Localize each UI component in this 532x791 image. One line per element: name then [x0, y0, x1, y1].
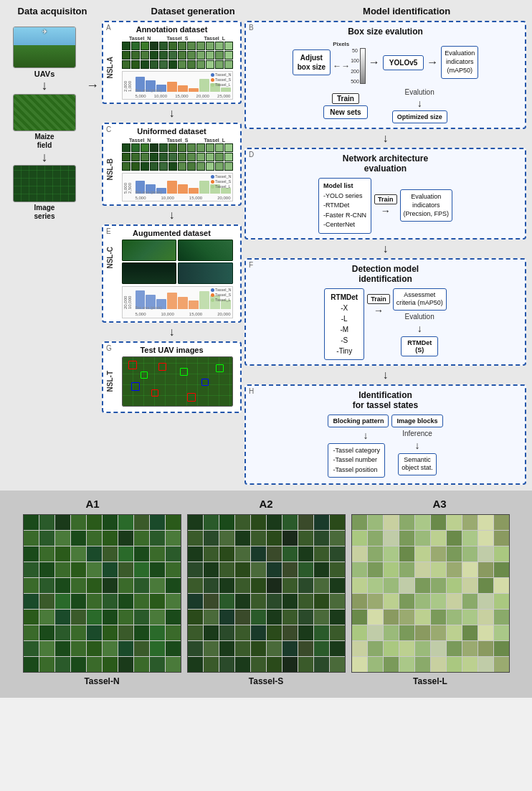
yolov5-box: YOLOv5	[383, 55, 424, 70]
panel-c: C Uniformed dataset NSL-B Tassel_N Tasse…	[102, 123, 242, 206]
nsl-b-label: NSL-B	[106, 158, 114, 181]
tassel-s-container: Tassel-S	[187, 514, 346, 686]
maize-label: Maizefield	[34, 133, 54, 150]
tassel-l-label: Tassel-L	[413, 676, 447, 686]
arrow-down-2: ↓	[42, 150, 48, 166]
panel-c-label: C	[106, 125, 111, 133]
panel-b-title: Box size evalution	[250, 27, 521, 37]
panel-h-label: H	[249, 387, 254, 395]
blocking-box: Blocking pattern	[328, 415, 389, 427]
top-section: Data acquisiton Dataset generation Model…	[0, 0, 532, 491]
nsl-c-label: NSL-C	[106, 247, 114, 269]
arrow-a-to-c: ↓	[102, 108, 242, 119]
eval-indicators-d-box: Evaluationindicators(Precsion, FPS)	[400, 189, 453, 222]
a2-title: A2	[187, 498, 345, 510]
adjust-box-box: Adjustbox size	[293, 49, 331, 75]
panel-a: A Annotation dataset NSL-A Tassel_N Tass…	[102, 21, 242, 104]
panel-h-title: Identificationfor tassel states	[250, 390, 521, 410]
model-list-box: Model list-YOLO series-RTMDet-Faster R-C…	[318, 178, 371, 234]
arrow-d-to-f: ↓	[244, 243, 526, 255]
panel-g-title: Test UAV images	[106, 346, 237, 354]
optimized-box: Optimized size	[392, 110, 447, 123]
image-series-label: Imageseries	[34, 204, 55, 221]
panel-a-title: Annotation dataset	[106, 25, 237, 34]
data-acquisition-col: ✈ UAVs ↓ Maizefield ↓ Imageseries	[6, 21, 83, 221]
tassel-n-label: Tassel-N	[84, 676, 119, 686]
bottom-title-row: A1 A2 A3	[6, 498, 526, 510]
panel-e-title: Augumented dataset	[106, 229, 237, 237]
main-container: Data acquisiton Dataset generation Model…	[0, 0, 532, 698]
panel-f-title: Detection modelidentification	[250, 264, 521, 284]
panel-d-label: D	[249, 151, 254, 158]
rtmdet-box: RTMDet-X-L-M-S-Tiny	[324, 288, 364, 360]
panel-a-label: A	[106, 24, 111, 32]
panel-g-label: G	[106, 344, 112, 352]
train-label-f: Train	[367, 294, 390, 304]
arrow-down-1: ↓	[42, 78, 48, 94]
evalution-b-label: Evalution	[405, 88, 434, 96]
arrow-e-to-g: ↓	[102, 326, 242, 338]
semantic-box: Semanticobject stat.	[398, 453, 437, 475]
model-id-header: Model identification	[287, 6, 526, 16]
panel-g: G Test UAV images NSL-T	[102, 341, 242, 413]
section-headers: Data acquisiton Dataset generation Model…	[6, 6, 526, 16]
panel-b: B Box size evalution Adjustbox size Pixe…	[244, 21, 526, 129]
bottom-section: A1 A2 A3 T	[0, 491, 532, 698]
uav-image: ✈	[13, 27, 76, 68]
train-label-b: Train	[332, 93, 359, 104]
panel-b-label: B	[249, 24, 254, 32]
tassel-s-label: Tassel-S	[249, 676, 283, 686]
panel-e-label: E	[106, 227, 111, 235]
eval-indicators-b-box: Evaluationindicators(mAP50)	[441, 46, 478, 78]
data-acq-header: Data acquisiton	[6, 6, 99, 16]
nsl-a-label: NSL-A	[106, 57, 114, 79]
arrow-b-to-d: ↓	[244, 133, 526, 144]
panel-e: E Augumented dataset NSL-C	[102, 224, 242, 323]
arrow-f-to-h: ↓	[244, 369, 526, 381]
rtmdet-s-box: RTMDet(S)	[401, 336, 438, 356]
a3-title: A3	[361, 498, 518, 510]
panel-f: F Detection modelidentification RTMDet-X…	[244, 258, 526, 366]
new-sets-box: New sets	[323, 105, 367, 119]
panel-f-label: F	[249, 261, 253, 269]
tassel-l-grid	[351, 514, 510, 673]
models-col: B Box size evalution Adjustbox size Pixe…	[244, 21, 526, 485]
a1-title: A1	[14, 498, 171, 510]
image-blocks-box: Image blocks	[391, 415, 442, 427]
dataset-gen-header: Dataset generation	[99, 6, 287, 16]
assess-criteria-box: Assessmetcriteria (mAP50)	[393, 288, 447, 311]
train-label-d: Train	[374, 194, 397, 204]
uavs-label: UAVs	[34, 70, 55, 78]
main-arrow-right: →	[86, 78, 99, 93]
tassel-s-grid	[187, 514, 346, 673]
tassel-l-container: Tassel-L	[351, 514, 510, 686]
nsl-t-label: NSL-T	[106, 371, 114, 392]
datasets-col: A Annotation dataset NSL-A Tassel_N Tass…	[102, 21, 242, 413]
maize-image	[13, 94, 76, 131]
tassel-n-container: Tassel-N	[23, 514, 181, 686]
panel-d-title: Network architectureevaluation	[250, 153, 521, 174]
arrow-c-to-e: ↓	[102, 209, 242, 221]
bottom-images-row: Tassel-N Tassel-S	[23, 514, 510, 686]
panel-d: D Network architectureevaluation Model l…	[244, 148, 526, 240]
image-series-img	[13, 165, 76, 202]
panel-h: H Identificationfor tassel states Blocki…	[244, 384, 526, 486]
tassel-n-grid	[23, 514, 181, 673]
panel-c-title: Uniformed dataset	[106, 127, 237, 136]
tassel-outputs-box: -Tassel category-Tassel number-Tassel po…	[328, 443, 385, 478]
